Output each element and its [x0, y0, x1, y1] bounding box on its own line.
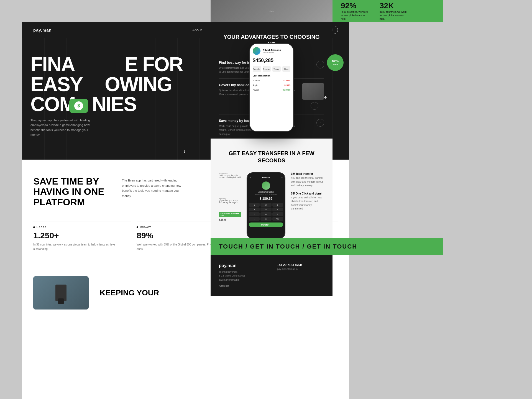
phone-transfer-btn[interactable]: Transfer — [253, 66, 261, 72]
phone-balance: $450,285 — [253, 58, 290, 63]
stat-32k-value: 32K — [380, 1, 407, 10]
hero-photo-strip: photo — [211, 0, 332, 22]
transfer-amount: $ 180,62 — [249, 197, 283, 201]
tx-2: Apple -$15.29 — [253, 83, 290, 87]
save-time-title: SAVE TIME BY HAVING IN ONE PLATFORM — [33, 176, 105, 207]
transfer-step-2-title: 02/ Total transfer — [291, 172, 324, 175]
annotation-spacing: Spacing g space for you to tap and pacin… — [219, 198, 241, 203]
stat-users-label: USERS — [33, 226, 131, 229]
dollar-icon: $ — [74, 101, 83, 110]
phone-avatar — [253, 47, 260, 55]
stat-32k-desc: In 38 countries, we work as one global t… — [380, 10, 407, 21]
scroll-arrow[interactable]: ↓ — [183, 148, 186, 154]
stat-users: USERS 1.250+ In 38 countries, we work as… — [33, 221, 131, 251]
transfer-title: GET EASY TRANSFER IN A FEW SECONDS — [219, 150, 324, 164]
phone-receive-btn[interactable]: Receive — [263, 66, 271, 72]
transfer-step-3-desc: If you done with all then just click but… — [291, 196, 324, 211]
hero-title: FINA E FOR EASYOWING COMNIES — [30, 54, 183, 114]
tx-1: Amazon -$186.88 — [253, 79, 290, 82]
advantage-3-arrow[interactable]: → — [316, 119, 324, 127]
save-time-desc: The Even app has partnered with leading … — [122, 176, 188, 199]
phone-topup-btn[interactable]: Top up — [272, 66, 281, 72]
advantage-1-arrow[interactable]: → — [316, 61, 324, 68]
phone-actions: Transfer Receive Top up More — [253, 66, 290, 72]
keeping-image — [33, 276, 89, 310]
hero-section: FINA E FOR EASYOWING COMNIES Albert John… — [22, 38, 349, 160]
transfer-step-3: 03/ One Click and done! If you done with… — [291, 192, 324, 211]
transfer-panel: GET EASY TRANSFER IN A FEW SECONDS se re… — [211, 139, 332, 250]
secure-badge: 100% secu — [327, 54, 344, 71]
stat-92-desc: In 38 countries, we work as one global t… — [341, 10, 369, 21]
stat-92-value: 92% — [341, 1, 369, 10]
nav-about[interactable]: About — [192, 28, 202, 32]
transfer-recipient-name: Jessica Geraldine — [249, 191, 283, 193]
keeping-title: KEEPING YOUR — [100, 288, 159, 297]
stat-users-value: 1.250+ — [33, 231, 131, 240]
site-logo: pay.man — [33, 28, 52, 32]
transfer-avatar — [262, 181, 270, 190]
transfer-steps: 02/ Total transfer You can see the total… — [291, 172, 324, 211]
hero-description: The payman app has partnered with leadin… — [30, 118, 97, 137]
stat-users-desc: In 38 countries, we work as one global t… — [33, 242, 131, 251]
transfer-phone: ← Transfer ··· Jessica Geraldine HSBC-48… — [247, 172, 285, 239]
phone-user-name: Albert Johnson — [263, 49, 281, 52]
transfer-keypad: 1 2 3 4 5 6 7 8 9 . 0 ⌫ — [249, 203, 283, 221]
transfer-step-2-desc: You can see the total transfer with clea… — [291, 176, 324, 188]
phone-more-btn[interactable]: More — [282, 66, 291, 72]
transfer-send-btn[interactable]: Transfer → — [249, 222, 283, 227]
stat-32k: 32K In 38 countries, we work as one glob… — [380, 1, 407, 21]
footer-about-link[interactable]: About Us — [219, 285, 324, 287]
footer-email: pay.man@email.io — [277, 268, 321, 270]
transfer-content: se receiver t with choose the n the numb… — [219, 172, 324, 239]
annotation-receiver: se receiver t with choose the n the numb… — [219, 172, 241, 178]
tx-3: Paypal +$200.00 — [253, 88, 290, 92]
stats-top-bar: 92% In 38 countries, we work as one glob… — [332, 0, 443, 22]
cursor-icon: ⌖ — [324, 94, 327, 101]
advantage-2-arrow[interactable]: → — [311, 102, 318, 110]
dollar-badge: $ — [69, 99, 88, 113]
get-in-touch-banner: TOUCH / GET IN TOUCH / GET IN TOUCH — [211, 238, 443, 255]
footer-phone: +44 20 7183 8750 — [277, 263, 321, 267]
transfer-step-2: 02/ Total transfer You can see the total… — [291, 172, 324, 188]
phone-tx-title: Last Transaction — [253, 75, 290, 77]
transfer-bank: HSBC-4873 5742 1756 5046 — [249, 193, 283, 195]
transfer-step-3-title: 03/ One Click and done! — [291, 192, 324, 195]
footer-contact: +44 20 7183 8750 pay.man@email.io — [272, 255, 327, 283]
phone-balance-label: Total Balance — [263, 52, 281, 53]
stat-92: 92% In 38 countries, we work as one glob… — [341, 1, 369, 21]
get-in-touch-text: TOUCH / GET IN TOUCH / GET IN TOUCH — [219, 243, 357, 250]
hero-phone-mockup: Albert Johnson Total Balance $450,285 Tr… — [249, 43, 305, 149]
annotation-subscribe: Subscribe -45% OFF 15% $38.0 — [219, 212, 241, 221]
